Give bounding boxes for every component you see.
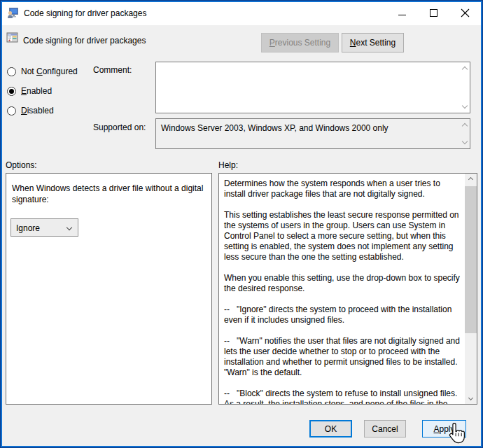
apply-button[interactable]: Apply	[422, 420, 466, 438]
maximize-button[interactable]	[418, 2, 449, 25]
help-paragraph: This setting establishes the least secur…	[224, 210, 463, 262]
apply-label: A	[433, 424, 439, 434]
radio-disabled-label: Disabled	[21, 106, 54, 115]
maximize-icon	[430, 9, 438, 17]
supported-on-value: Windows Server 2003, Windows XP, and Win…	[161, 123, 454, 133]
help-label: Help:	[218, 160, 238, 170]
close-icon	[461, 8, 470, 18]
scrollbar-thumb[interactable]	[465, 186, 477, 333]
setting-title: Code signing for driver packages	[23, 36, 146, 46]
window: Code signing for driver packages Code si…	[0, 0, 483, 448]
scroll-down-icon[interactable]	[465, 392, 477, 404]
options-panel: When Windows detects a driver file witho…	[6, 173, 212, 405]
help-paragraph: -- "Ignore" directs the system to procee…	[224, 304, 463, 326]
comment-scroll-down-icon[interactable]	[463, 104, 467, 108]
ok-button[interactable]: OK	[309, 420, 352, 438]
previous-setting-button[interactable]: Previous Setting	[261, 33, 339, 52]
radio-not-configured[interactable]: Not Configured	[7, 66, 78, 76]
minimize-icon	[398, 15, 406, 15]
radio-not-configured-label: Not Configured	[21, 66, 78, 76]
scroll-up-icon[interactable]	[465, 174, 477, 186]
options-label: Options:	[6, 160, 37, 170]
help-paragraph: -- "Warn" notifies the user that files a…	[224, 336, 463, 378]
dialog-body: Code signing for driver packages Code si…	[2, 2, 481, 446]
minimize-button[interactable]	[386, 2, 418, 25]
signature-response-dropdown[interactable]: Ignore	[10, 218, 78, 237]
next-setting-button[interactable]: Next Setting	[342, 33, 404, 52]
policy-setting-icon	[6, 31, 18, 43]
dropdown-label: When Windows detects a driver file witho…	[12, 183, 205, 205]
supported-on-field: Windows Server 2003, Windows XP, and Win…	[155, 118, 470, 149]
radio-enabled[interactable]: Enabled	[7, 86, 52, 96]
help-paragraph: -- "Block" directs the system to refuse …	[224, 388, 463, 404]
chevron-down-icon	[67, 225, 71, 230]
help-paragraph: Determines how the system responds when …	[224, 178, 463, 200]
radio-not-configured-circle[interactable]	[7, 67, 16, 76]
close-button[interactable]	[449, 2, 481, 25]
help-text: Determines how the system responds when …	[219, 174, 465, 404]
supported-scroll-down-icon[interactable]	[463, 139, 467, 144]
supported-on-label: Supported on:	[93, 122, 146, 132]
previous-setting-label: P	[270, 38, 275, 48]
dropdown-selected-value: Ignore	[16, 223, 40, 233]
group-policy-app-icon	[7, 7, 19, 19]
radio-disabled[interactable]: Disabled	[7, 106, 54, 115]
radio-disabled-circle[interactable]	[7, 106, 16, 115]
help-paragraph: When you enable this setting, use the dr…	[224, 273, 463, 294]
titlebar: Code signing for driver packages	[2, 2, 481, 25]
radio-enabled-circle[interactable]	[7, 87, 16, 96]
comment-scroll-up-icon[interactable]	[463, 67, 467, 71]
help-panel: Determines how the system responds when …	[218, 173, 477, 405]
supported-scroll-up-icon[interactable]	[463, 124, 467, 128]
radio-enabled-label: Enabled	[21, 86, 52, 96]
window-title: Code signing for driver packages	[24, 8, 146, 18]
comment-label: Comment:	[93, 65, 132, 75]
window-controls	[386, 2, 481, 25]
comment-input[interactable]	[155, 62, 470, 113]
cancel-button[interactable]: Cancel	[364, 420, 406, 438]
help-scrollbar[interactable]	[465, 174, 477, 404]
